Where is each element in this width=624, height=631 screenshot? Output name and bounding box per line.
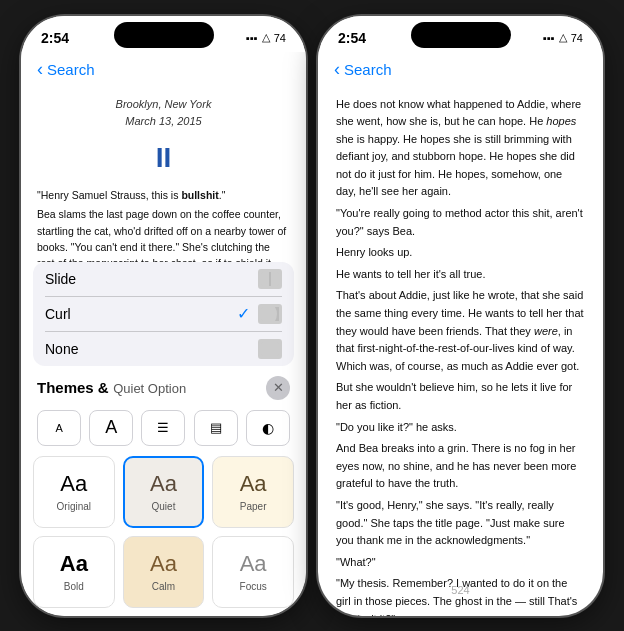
font-style-icon: ☰ — [157, 420, 169, 435]
small-a-label: A — [55, 422, 62, 434]
transition-none-row[interactable]: None — [45, 332, 282, 366]
align-icon: ▤ — [210, 420, 222, 435]
theme-focus[interactable]: Aa Focus — [212, 536, 294, 608]
quiet-options-label: Quiet Option — [113, 381, 186, 396]
themes-header: Themes & Quiet Option ✕ — [21, 370, 306, 406]
font-small-button[interactable]: A — [37, 410, 81, 446]
theme-paper-aa: Aa — [240, 471, 267, 497]
slide-icon — [258, 269, 282, 289]
wifi-icon: △ — [262, 31, 270, 44]
signal-icon: ▪▪▪ — [246, 32, 258, 44]
book-content-left: Brooklyn, New York March 13, 2015 II "He… — [21, 88, 306, 273]
status-time-right: 2:54 — [338, 30, 366, 46]
theme-quiet[interactable]: Aa Quiet — [123, 456, 205, 528]
theme-calm[interactable]: Aa Calm — [123, 536, 205, 608]
back-label-right: Search — [344, 61, 392, 78]
back-button-left[interactable]: ‹ Search — [37, 59, 95, 80]
theme-focus-label: Focus — [240, 581, 267, 592]
back-label-left: Search — [47, 61, 95, 78]
back-button-right[interactable]: ‹ Search — [334, 59, 392, 80]
battery-icon: 74 — [274, 32, 286, 44]
curl-icon — [258, 304, 282, 324]
theme-bold[interactable]: Aa Bold — [33, 536, 115, 608]
theme-paper-label: Paper — [240, 501, 267, 512]
right-phone: 2:54 ▪▪▪ △ 74 ‹ Search He does not know … — [318, 16, 603, 616]
transition-curl-row[interactable]: Curl ✓ — [45, 297, 282, 332]
font-controls: A A ☰ ▤ ◐ — [21, 406, 306, 452]
theme-bold-aa: Aa — [60, 551, 88, 577]
theme-bold-label: Bold — [64, 581, 84, 592]
dynamic-island — [114, 22, 214, 48]
chapter-number: II — [37, 136, 290, 179]
themes-grid: Aa Original Aa Quiet Aa Paper Aa Bold Aa — [21, 452, 306, 616]
status-time-left: 2:54 — [41, 30, 69, 46]
wifi-icon-right: △ — [559, 31, 567, 44]
curl-checkmark: ✓ — [237, 304, 250, 323]
status-icons-right: ▪▪▪ △ 74 — [543, 31, 583, 44]
phones-container: 2:54 ▪▪▪ △ 74 ‹ Search Brooklyn, New Yor… — [21, 16, 603, 616]
theme-original-label: Original — [57, 501, 91, 512]
themes-title: Themes & — [37, 379, 109, 396]
theme-original-aa: Aa — [60, 471, 87, 497]
theme-quiet-aa: Aa — [150, 471, 177, 497]
theme-toggle-button[interactable]: ◐ — [246, 410, 290, 446]
font-large-button[interactable]: A — [89, 410, 133, 446]
slide-label: Slide — [45, 271, 76, 287]
back-chevron-right: ‹ — [334, 59, 340, 80]
bottom-panel: Slide Curl ✓ — [21, 262, 306, 616]
left-phone: 2:54 ▪▪▪ △ 74 ‹ Search Brooklyn, New Yor… — [21, 16, 306, 616]
theme-paper[interactable]: Aa Paper — [212, 456, 294, 528]
signal-icon-right: ▪▪▪ — [543, 32, 555, 44]
theme-focus-aa: Aa — [240, 551, 267, 577]
nav-bar-right: ‹ Search — [318, 52, 603, 88]
nav-bar-left: ‹ Search — [21, 52, 306, 88]
transition-section: Slide Curl ✓ — [21, 262, 306, 366]
battery-icon-right: 74 — [571, 32, 583, 44]
font-style-button[interactable]: ☰ — [141, 410, 185, 446]
theme-original[interactable]: Aa Original — [33, 456, 115, 528]
svg-rect-3 — [261, 342, 279, 356]
back-chevron-left: ‹ — [37, 59, 43, 80]
theme-calm-label: Calm — [152, 581, 175, 592]
theme-toggle-icon: ◐ — [262, 420, 274, 436]
transition-slide-row[interactable]: Slide — [45, 262, 282, 297]
curl-label: Curl — [45, 306, 71, 322]
reading-content: He does not know what happened to Addie,… — [318, 88, 603, 616]
theme-calm-aa: Aa — [150, 551, 177, 577]
large-a-label: A — [105, 417, 117, 438]
page-number: 524 — [451, 584, 469, 596]
none-icon — [258, 339, 282, 359]
status-icons-left: ▪▪▪ △ 74 — [246, 31, 286, 44]
book-header: Brooklyn, New York March 13, 2015 — [37, 96, 290, 130]
book-text-left: "Henry Samuel Strauss, this is bullshit.… — [37, 187, 290, 273]
font-align-button[interactable]: ▤ — [194, 410, 238, 446]
close-button[interactable]: ✕ — [266, 376, 290, 400]
theme-quiet-label: Quiet — [152, 501, 176, 512]
dynamic-island-right — [411, 22, 511, 48]
none-label: None — [45, 341, 78, 357]
